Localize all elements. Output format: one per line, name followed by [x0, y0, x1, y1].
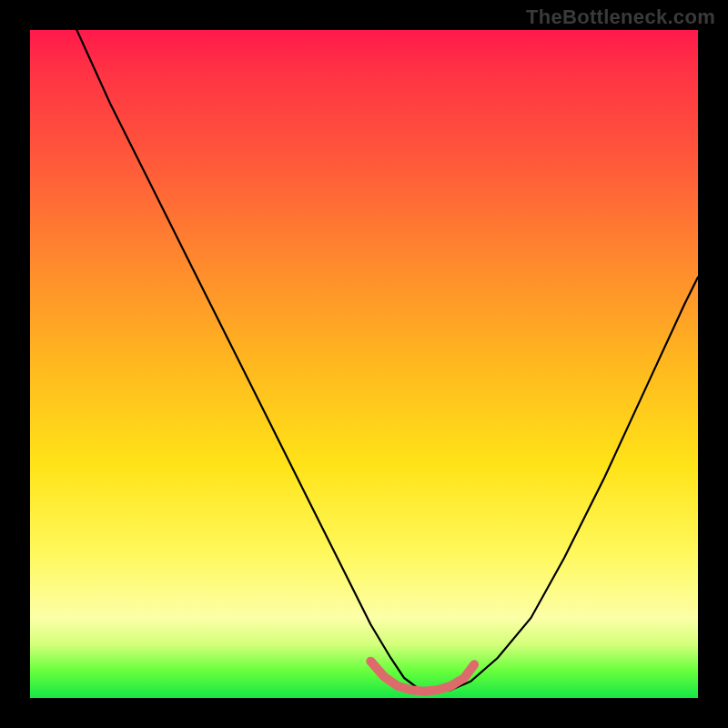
- curve-layer: [30, 30, 698, 698]
- bottleneck-curve: [76, 30, 698, 692]
- watermark-text: TheBottleneck.com: [526, 5, 715, 29]
- plot-area: [30, 30, 698, 698]
- chart-stage: TheBottleneck.com: [0, 0, 728, 728]
